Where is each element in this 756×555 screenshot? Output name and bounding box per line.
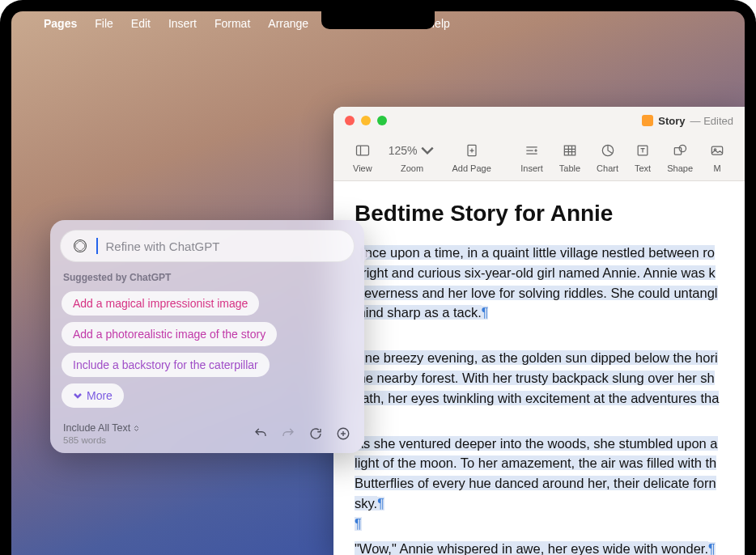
- svg-rect-0: [356, 146, 368, 155]
- scope-selector[interactable]: Include All Text: [63, 422, 140, 434]
- menu-file[interactable]: File: [95, 17, 113, 30]
- plus-circle-icon: [336, 426, 350, 441]
- updown-chevron-icon: [133, 425, 140, 432]
- insert-label: Insert: [520, 163, 543, 173]
- document-edited-status: — Edited: [690, 115, 733, 127]
- document-body[interactable]: Bedtime Story for Annie Once upon a time…: [333, 181, 745, 555]
- suggestion-chip[interactable]: Include a backstory for the caterpillar: [62, 353, 270, 377]
- paragraph-mark-icon: ¶: [708, 542, 716, 555]
- menu-arrange[interactable]: Arrange: [268, 17, 308, 30]
- paragraph-text[interactable]: mind sharp as a tack.: [355, 305, 482, 320]
- paragraph-mark-icon: ¶: [355, 517, 362, 531]
- suggestions-heading: Suggested by ChatGPT: [63, 272, 351, 283]
- more-suggestions-button[interactable]: More: [62, 383, 124, 408]
- window-titlebar: Story — Edited: [333, 107, 745, 134]
- paragraph-text[interactable]: Butterflies of every hue danced around h…: [355, 476, 716, 490]
- shape-label: Shape: [667, 163, 693, 173]
- undo-button[interactable]: [253, 426, 269, 442]
- chart-label: Chart: [597, 163, 618, 173]
- paragraph-mark-icon: ¶: [482, 306, 489, 320]
- menu-insert[interactable]: Insert: [168, 17, 197, 30]
- text-button[interactable]: Text: [626, 139, 659, 173]
- panel-pointer: [363, 248, 371, 262]
- sidebar-icon: [355, 139, 371, 162]
- menu-format[interactable]: Format: [214, 17, 250, 30]
- media-button[interactable]: M: [701, 139, 733, 173]
- paragraph-text[interactable]: As she ventured deeper into the woods, s…: [355, 436, 718, 451]
- document-heading[interactable]: Bedtime Story for Annie: [355, 201, 745, 227]
- chart-button[interactable]: Chart: [588, 139, 626, 173]
- redo-icon: [281, 426, 295, 441]
- table-icon: [562, 139, 578, 162]
- view-label: View: [353, 163, 372, 173]
- regenerate-button[interactable]: [308, 426, 324, 442]
- insert-button[interactable]: Insert: [512, 139, 551, 173]
- paragraph-text[interactable]: Once upon a time, in a quaint little vil…: [355, 245, 715, 260]
- chevron-down-icon: [73, 391, 83, 400]
- pages-app-window: Story — Edited View 125% Zoom Add Page: [333, 107, 745, 555]
- more-label: More: [87, 389, 113, 402]
- refresh-icon: [308, 426, 323, 441]
- paragraph-text[interactable]: One breezy evening, as the golden sun di…: [355, 350, 718, 365]
- paragraph-text[interactable]: sky.: [355, 496, 377, 511]
- paragraph-text[interactable]: the nearby forest. With her trusty backp…: [355, 371, 715, 385]
- zoom-value: 125%: [389, 139, 436, 162]
- chatgpt-logo-icon: [72, 238, 88, 254]
- svg-rect-19: [711, 146, 722, 155]
- fullscreen-window-button[interactable]: [377, 116, 387, 125]
- media-label: M: [713, 163, 720, 173]
- media-icon: [709, 139, 725, 162]
- text-icon: [635, 139, 651, 162]
- chevron-down-icon: [419, 142, 435, 159]
- svg-point-18: [679, 145, 686, 151]
- menu-edit[interactable]: Edit: [131, 17, 151, 30]
- shape-icon: [672, 139, 688, 162]
- zoom-button[interactable]: 125% Zoom: [380, 139, 444, 173]
- chart-icon: [600, 139, 616, 162]
- redo-button[interactable]: [280, 426, 296, 442]
- minimize-window-button[interactable]: [361, 116, 371, 125]
- undo-icon: [253, 426, 268, 441]
- toolbar: View 125% Zoom Add Page Insert Table: [333, 134, 745, 181]
- paragraph-mark-icon: ¶: [377, 497, 384, 511]
- add-page-button[interactable]: Add Page: [444, 139, 499, 173]
- paragraph-text[interactable]: cleverness and her love for solving ridd…: [355, 286, 718, 300]
- suggestion-chip[interactable]: Add a photorealistic image of the story: [62, 322, 277, 346]
- paragraph-text[interactable]: light of the moon. To her amazement, the…: [355, 455, 716, 470]
- scope-label: Include All Text: [63, 422, 130, 434]
- view-button[interactable]: View: [345, 139, 380, 173]
- shape-button[interactable]: Shape: [659, 139, 701, 173]
- document-icon: [642, 115, 653, 126]
- word-count: 585 words: [63, 435, 140, 445]
- close-window-button[interactable]: [345, 116, 355, 125]
- paragraph-text[interactable]: bright and curious six-year-old girl nam…: [355, 265, 716, 280]
- device-notch: [321, 11, 435, 29]
- zoom-label: Zoom: [401, 163, 423, 173]
- add-page-label: Add Page: [452, 163, 491, 173]
- app-menu[interactable]: Pages: [44, 17, 77, 30]
- table-button[interactable]: Table: [551, 139, 588, 173]
- svg-point-21: [74, 240, 87, 252]
- text-label: Text: [635, 163, 651, 173]
- paragraph-text[interactable]: "Wow," Annie whispered in awe, her eyes …: [355, 541, 708, 555]
- document-title[interactable]: Story: [658, 115, 685, 127]
- suggestion-chip[interactable]: Add a magical impressionist image: [62, 291, 259, 316]
- add-button[interactable]: [335, 426, 351, 442]
- paragraph-text[interactable]: path, her eyes twinkling with excitement…: [355, 391, 719, 405]
- add-page-icon: [464, 139, 480, 162]
- refine-input-wrap[interactable]: [60, 230, 355, 262]
- insert-icon: [524, 139, 540, 162]
- chatgpt-refine-panel: Suggested by ChatGPT Add a magical impre…: [50, 220, 364, 453]
- text-cursor: [96, 238, 98, 254]
- refine-input[interactable]: [106, 239, 343, 253]
- svg-rect-10: [564, 146, 575, 155]
- table-label: Table: [559, 163, 580, 173]
